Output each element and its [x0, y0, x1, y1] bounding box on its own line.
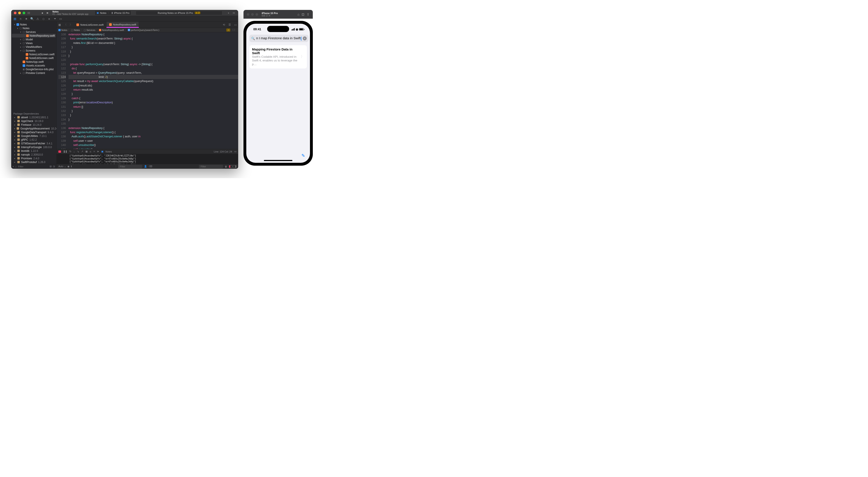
disclosure-chevron[interactable]: ▸ [20, 42, 22, 44]
report-navigator-icon[interactable]: ▭ [58, 17, 63, 21]
close-button[interactable] [14, 12, 17, 14]
nav-item[interactable]: NotesListScreen.swift [11, 53, 56, 56]
chevron-right-icon[interactable]: ▸ [14, 127, 16, 130]
screenshot-icon[interactable]: ⊡ [302, 12, 305, 17]
package-item[interactable]: ▸abseil 1.2024011601.1 [11, 116, 56, 119]
scm-filter-icon[interactable]: ⊟ [50, 165, 52, 168]
chevron-right-icon[interactable]: ▸ [14, 142, 16, 145]
package-item[interactable]: ▸leveldb 1.22.5 [11, 149, 56, 153]
find-navigator-icon[interactable]: 🔍 [30, 17, 34, 21]
chevron-right-icon[interactable]: ▸ [14, 150, 16, 152]
add-tab-button[interactable] [227, 11, 230, 15]
iphone-screen[interactable]: 09:41 ◉ 🔍 n I map Firestone data in Swif… [246, 24, 310, 163]
clear-icon[interactable]: ⌫ [149, 165, 152, 168]
chevron-right-icon[interactable]: ▸ [14, 157, 16, 160]
disclosure-chevron[interactable]: ▾ [13, 24, 16, 26]
package-item[interactable]: ▸AppCheck 10.19.0 [11, 119, 56, 123]
package-item[interactable]: ▸GTMSessionFetcher 3.4.1 [11, 141, 56, 145]
nav-item[interactable]: ▾▢Screens [11, 49, 56, 53]
code-editor[interactable]: 1081091161171181191201211221231241251261… [57, 32, 238, 149]
nav-item[interactable]: Assets.xcassets [11, 64, 56, 67]
continue-icon[interactable]: ↻ [69, 150, 71, 153]
nav-item[interactable]: ▾Notes [11, 23, 56, 26]
info-icon[interactable]: ℹ [71, 165, 72, 168]
filter-user-icon[interactable]: 👤 [144, 165, 147, 168]
share-icon[interactable]: ⇪ [307, 12, 310, 17]
step-into-icon[interactable]: ↘ [77, 150, 79, 153]
jumpbar-path[interactable]: Notes〉▢Notes〉▢Services〉NotesRepository.s… [58, 29, 159, 31]
add-editor-icon[interactable]: ▭ [232, 22, 238, 28]
variables-filter-input[interactable] [118, 165, 142, 168]
disclosure-chevron[interactable]: ▾ [17, 27, 19, 29]
location-icon[interactable]: ➤ [97, 150, 99, 153]
search-result-card[interactable]: Mapping Firestore Data in Swift Swift's … [249, 45, 307, 68]
chevron-right-icon[interactable]: ▸ [14, 139, 16, 141]
debug-layout-icons[interactable] [229, 165, 237, 168]
package-item[interactable]: ▸Firebase 10.24.0 [11, 123, 56, 127]
package-item[interactable]: ▸Promises 2.4.0 [11, 156, 56, 160]
variables-pane-toggle[interactable] [229, 165, 232, 168]
nav-item[interactable]: ▾▢Notes [11, 26, 56, 30]
jumpbar-segment[interactable]: ▢Services [84, 29, 95, 31]
disclosure-chevron[interactable]: ▾ [20, 31, 22, 33]
chevron-right-icon[interactable]: ▸ [14, 135, 16, 137]
source-code[interactable]: extension NotesRepository { func semanti… [68, 32, 238, 149]
nav-item[interactable]: ▸▢Views [11, 41, 56, 45]
minimap-toggle-icon[interactable]: ▭ [234, 150, 237, 153]
chevron-right-icon[interactable]: ▸ [14, 161, 16, 163]
memory-icon[interactable]: ⎋ [90, 150, 91, 153]
chevron-right-icon[interactable]: ▸ [14, 124, 16, 126]
nav-item[interactable]: ▸▢Preview Content [11, 71, 56, 75]
jumpbar-segment[interactable]: MperformQuery(searchTerm:) [128, 29, 159, 31]
forward-button[interactable]: 〉 [68, 22, 74, 28]
back-button[interactable]: 〈 [62, 22, 68, 28]
package-item[interactable]: ▸GoogleAppMeasurement 10.24.0 [11, 127, 56, 130]
jumpbar-segment[interactable]: ▢Notes [71, 29, 80, 31]
project-navigator-icon[interactable]: ▤ [12, 17, 17, 21]
issue-navigator-icon[interactable]: ⚠ [35, 17, 40, 21]
clear-search-icon[interactable]: ✕ [303, 36, 307, 40]
recent-filter-icon[interactable]: ◷ [53, 165, 55, 168]
nav-item[interactable]: ▸▢Model [11, 37, 56, 41]
step-over-icon[interactable]: ↓ [73, 150, 75, 153]
visibility-icon[interactable]: ◉ [67, 165, 70, 168]
sidebar-toggle-icon[interactable]: ▯▯ [27, 11, 31, 15]
console-pane-toggle[interactable] [233, 165, 237, 168]
stop-button[interactable] [41, 11, 44, 15]
nav-item[interactable]: ≣GoogleService-Info.plist [11, 67, 56, 71]
disclosure-chevron[interactable]: ▸ [20, 38, 22, 40]
line-gutter[interactable]: 1081091161171181191201211221231241251261… [57, 32, 68, 149]
step-out-icon[interactable]: ↗ [81, 150, 83, 153]
console-filter-input[interactable] [199, 165, 223, 168]
debug-navigator-icon[interactable]: ⎈ [47, 17, 52, 21]
package-item[interactable]: ▸nanopb 2.30910.0 [11, 153, 56, 156]
nav-item[interactable]: NoteEditScreen.swift [11, 56, 56, 60]
package-item[interactable]: ▸SwiftProtobuf 1.26.0 [11, 160, 56, 164]
breakpoint-navigator-icon[interactable]: ⏷ [53, 17, 57, 21]
chevron-right-icon[interactable]: ▸ [14, 131, 16, 133]
chevron-right-icon[interactable]: ▸ [14, 120, 16, 122]
source-control-navigator-icon[interactable]: ⎋ [18, 17, 23, 21]
compose-icon[interactable]: ✎ [301, 153, 305, 158]
navigator-tree[interactable]: ▾Notes▾▢Notes▾▢ServicesNotesRepository.s… [11, 22, 56, 111]
trash-icon[interactable]: 🗑 [225, 165, 227, 168]
package-item[interactable]: ▸GoogleUtilities 7.13.1 [11, 134, 56, 138]
home-indicator[interactable] [264, 160, 292, 161]
inline-warning-indicator[interactable]: ⚠ [226, 29, 230, 32]
maximize-button[interactable] [23, 12, 25, 14]
debug-target[interactable]: Notes [105, 150, 112, 153]
package-item[interactable]: ▸gRPC 1.62.2 [11, 138, 56, 141]
related-items-icon[interactable]: ▦ [57, 22, 62, 28]
home-icon[interactable]: ⌂ [298, 12, 300, 16]
jumpbar-segment[interactable]: NotesRepository.swift [99, 29, 124, 31]
bookmarks-navigator-icon[interactable]: ★ [24, 17, 29, 21]
file-tab[interactable]: NotesListScreen.swift [74, 22, 106, 28]
add-button[interactable]: + [12, 165, 14, 168]
jumpbar-segment[interactable]: Notes [58, 29, 67, 31]
disclosure-chevron[interactable]: ▸ [20, 46, 22, 48]
debug-view-icon[interactable]: ▦ [85, 150, 88, 153]
scheme-selector[interactable]: ▣ Notes 〉 ▮ iPhone 15 Pro [95, 10, 131, 15]
nav-item[interactable]: ▾▢Services [11, 30, 56, 34]
reload-icon[interactable]: ⟲ [221, 22, 227, 28]
package-item[interactable]: ▸InteropForGoogle 100.0.0 [11, 145, 56, 149]
